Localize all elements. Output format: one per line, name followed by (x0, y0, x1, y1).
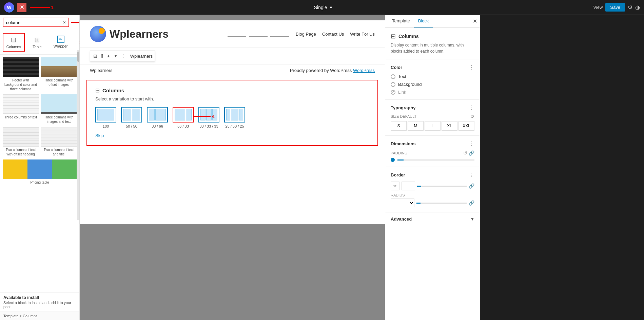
pattern-name: Footer with background color and three c… (3, 77, 39, 92)
variation-100-label: 100 (103, 124, 109, 128)
save-button[interactable]: Save (605, 3, 625, 12)
radius-label: RADIUS (391, 193, 474, 197)
border-section: Border ⋮ ✏ 🔗 RADIUS 🔗 (385, 167, 480, 212)
size-s-button[interactable]: S (391, 121, 407, 131)
color-text-label: Text (398, 74, 406, 79)
variation-33-66[interactable]: 33 / 66 (147, 107, 168, 128)
columns-label: Columns (6, 45, 21, 49)
table-label: Table (33, 45, 41, 49)
columns-picker-subtitle: Select a variation to start with. (95, 96, 369, 101)
pattern-name: Pricing table (3, 179, 77, 186)
block-item-table[interactable]: ⊞ Table (26, 33, 48, 52)
available-install-section: Available to install Select a block to i… (0, 292, 79, 312)
color-section-title: Color (391, 65, 402, 70)
canvas-area: Wplearners Blog Page Contact Us Write Fo… (80, 15, 385, 320)
color-section-menu-icon[interactable]: ⋮ (469, 64, 474, 71)
site-header: Wplearners Blog Page Contact Us Write Fo… (80, 20, 385, 48)
dimensions-section-title: Dimensions (391, 141, 416, 146)
variation-100[interactable]: 100 (95, 107, 116, 128)
typography-menu-icon[interactable]: ⋮ (469, 105, 474, 111)
block-item-wrapper[interactable]: ✏ Wrapper (50, 33, 72, 51)
more-options-icon[interactable]: ⋮ (120, 52, 126, 60)
site-title: Wplearners (110, 28, 169, 40)
search-input[interactable] (6, 20, 63, 25)
color-option-link[interactable]: ✓ Link (391, 90, 474, 95)
move-down-icon[interactable]: ▼ (113, 53, 119, 59)
drag-handle-icon[interactable]: ⣿ (99, 53, 104, 59)
variation-66-33[interactable]: 66 / 33 (173, 107, 194, 128)
pattern-name: Three columns with images and text (41, 114, 77, 125)
advanced-section[interactable]: Advanced ▼ (385, 212, 480, 226)
right-sidebar: Template Block ✕ ⊟ Columns Display conte… (385, 15, 480, 320)
available-install-title: Available to install (3, 295, 76, 300)
pattern-item[interactable]: Three columns with offset images (41, 57, 77, 92)
page-canvas: Wplearners Blog Page Contact Us Write Fo… (80, 20, 385, 224)
post-type-label: Single (314, 5, 327, 10)
pattern-item[interactable]: Two columns of text with offset heading (3, 127, 39, 157)
nav-write[interactable]: Write For Us (350, 32, 375, 37)
columns-picker-title: Columns (102, 88, 124, 93)
wrapper-label: Wrapper (54, 44, 68, 48)
color-option-background[interactable]: Background (391, 82, 474, 87)
columns-variation-picker: ⊟ Columns Select a variation to start wi… (86, 80, 378, 146)
search-clear-button[interactable]: × (63, 20, 66, 25)
dimensions-menu-icon[interactable]: ⋮ (469, 140, 474, 147)
variation-33-33-33-label: 33 / 33 / 33 (199, 124, 218, 128)
move-up-icon[interactable]: ▲ (105, 53, 112, 59)
logo-graphic (90, 26, 106, 42)
padding-link-icon[interactable]: 🔗 (469, 150, 474, 156)
columns-picker-icon: ⊟ (95, 87, 100, 94)
block-info-section: ⊟ Columns Display content in multiple co… (385, 28, 480, 59)
tab-block[interactable]: Block (414, 15, 433, 27)
pattern-name: Two columns of text with offset heading (3, 147, 39, 157)
pattern-name: Three columns of text (3, 114, 39, 120)
size-xl-button[interactable]: XL (442, 121, 457, 131)
contrast-icon[interactable]: ◑ (635, 4, 640, 11)
app-logo: W (4, 2, 14, 13)
pattern-item[interactable]: Three columns with images and text (41, 94, 77, 125)
pattern-item[interactable]: Two columns of text and title (41, 127, 77, 157)
annotation-4: 4 (212, 114, 215, 119)
patterns-list: Footer with background color and three c… (0, 55, 79, 292)
view-button[interactable]: View (593, 5, 603, 10)
variation-50-50[interactable]: 50 / 50 (121, 107, 142, 128)
pattern-item[interactable]: Footer with background color and three c… (3, 57, 39, 92)
border-menu-icon[interactable]: ⋮ (469, 172, 474, 178)
color-link-label: Link (398, 90, 406, 95)
settings-icon[interactable]: ⚙ (628, 4, 632, 11)
block-item-columns[interactable]: ⊟ Columns (3, 33, 25, 52)
border-section-title: Border (391, 172, 405, 177)
columns-toolbar-icon[interactable]: ⊟ (92, 52, 98, 60)
variation-25-50-25[interactable]: 25 / 50 / 25 (224, 107, 245, 128)
pattern-item[interactable]: Pricing table (3, 159, 77, 186)
site-logo: Wplearners (90, 26, 169, 42)
available-install-desc: Select a block to install and add it to … (3, 301, 76, 309)
tab-template[interactable]: Template (388, 15, 414, 27)
breadcrumb: Template > Columns (0, 312, 79, 320)
size-xxl-button[interactable]: XXL (458, 121, 474, 131)
radius-link-icon[interactable]: 🔗 (469, 200, 474, 206)
block-toolbar: ⊟ ⣿ ▲ ▼ ⋮ Wplearners (90, 51, 155, 61)
wordpress-link[interactable]: WordPress (353, 68, 375, 73)
nav-contact[interactable]: Contact Us (322, 32, 344, 37)
right-sidebar-close-button[interactable]: ✕ (473, 18, 477, 24)
skip-link[interactable]: Skip (95, 133, 104, 138)
site-nav: Blog Page Contact Us Write For Us (296, 32, 375, 37)
reset-icon[interactable]: ↺ (470, 114, 474, 119)
typography-section-title: Typography (391, 105, 415, 110)
nav-blog[interactable]: Blog Page (296, 32, 316, 37)
radius-select[interactable] (391, 199, 414, 207)
variation-33-66-label: 33 / 66 (152, 124, 163, 128)
border-link-icon[interactable]: 🔗 (469, 183, 474, 189)
color-section: Color ⋮ Text Background ✓ Link (385, 59, 480, 100)
size-m-button[interactable]: M (408, 121, 424, 131)
columns-icon: ⊟ (11, 36, 17, 44)
close-button[interactable]: ✕ (17, 3, 26, 12)
color-option-text[interactable]: Text (391, 74, 474, 79)
pattern-item[interactable]: Three columns of text (3, 94, 39, 125)
padding-reset-icon[interactable]: ↺ (463, 150, 467, 156)
post-type-selector[interactable]: Single ▼ (314, 5, 333, 10)
variation-25-50-25-label: 25 / 50 / 25 (225, 124, 244, 128)
pattern-name: Three columns with offset images (41, 77, 77, 88)
size-l-button[interactable]: L (425, 121, 441, 131)
